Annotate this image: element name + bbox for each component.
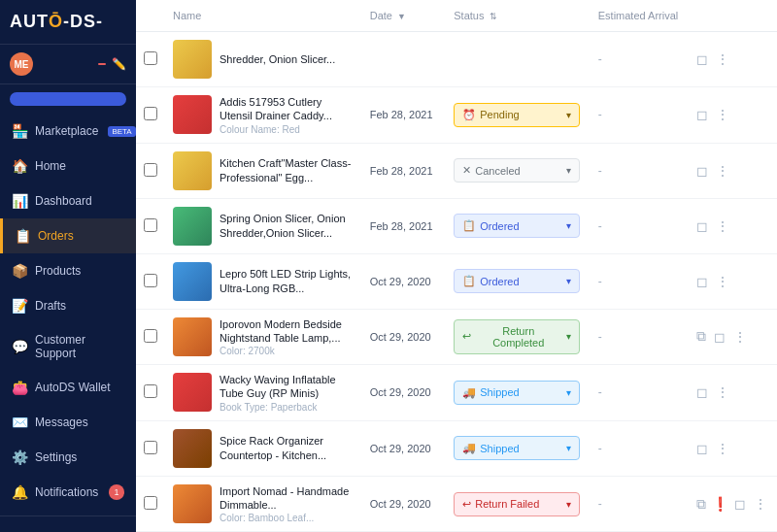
sidebar-item-messages[interactable]: ✉️ Messages — [0, 405, 136, 440]
product-image-2 — [173, 95, 212, 134]
copy-button-6[interactable]: ⧉ — [694, 326, 708, 347]
row-checkbox-6[interactable] — [144, 329, 157, 343]
product-name-7: Wacky Waving Inflatable Tube Guy (RP Min… — [220, 373, 355, 401]
estimated-cell-7: - — [591, 365, 687, 421]
product-sub-9: Color: Bamboo Leaf... — [220, 513, 355, 523]
sidebar-item-autods-wallet[interactable]: 👛 AutoDS Wallet — [0, 370, 136, 405]
checkbox-cell — [136, 476, 165, 532]
status-chevron: ▾ — [566, 276, 571, 286]
table-header-row: Name Date ▼ Status ⇅ Estimated Arrival — [136, 0, 777, 32]
more-button-8[interactable]: ⋮ — [714, 439, 731, 458]
estimated-cell-3: - — [591, 143, 687, 198]
product-name-9: Import Nomad - Handmade Dimmable... — [220, 484, 355, 513]
row-checkbox-7[interactable] — [144, 384, 157, 398]
status-icon: 🚚 — [462, 386, 476, 399]
actions-cell-1: ◻ ⋮ — [687, 32, 777, 87]
sidebar-item-drafts[interactable]: 📝 Drafts — [0, 288, 136, 323]
status-sort-icon: ⇅ — [490, 12, 497, 21]
status-button-5[interactable]: 📋 Ordered ▾ — [454, 269, 580, 293]
status-icon: 🚚 — [462, 442, 476, 454]
status-cell-6: ↩ Return Completed ▾ — [446, 309, 590, 365]
status-cell-7: 🚚 Shipped ▾ — [446, 365, 590, 421]
more-button-4[interactable]: ⋮ — [714, 216, 731, 236]
product-name-5: Lepro 50ft LED Strip Lights, Ultra-Long … — [220, 267, 355, 295]
row-checkbox-4[interactable] — [144, 218, 157, 232]
copy-button-9[interactable]: ⧉ — [694, 494, 708, 515]
more-button-1[interactable]: ⋮ — [714, 50, 731, 69]
col-actions — [687, 0, 777, 32]
status-chevron: ▾ — [566, 331, 571, 342]
sidebar-collapse-button[interactable] — [0, 515, 136, 532]
date-cell-9: Oct 29, 2020 — [362, 476, 447, 532]
more-button-9[interactable]: ⋮ — [752, 494, 769, 514]
status-button-9[interactable]: ↩ Return Failed ▾ — [454, 492, 580, 516]
status-cell-8: 🚚 Shipped ▾ — [446, 420, 590, 476]
status-icon: 📋 — [462, 275, 476, 287]
more-button-6[interactable]: ⋮ — [731, 327, 749, 347]
customer-support-icon: 💬 — [12, 339, 27, 354]
more-button-5[interactable]: ⋮ — [714, 272, 731, 291]
orders-table-container: Name Date ▼ Status ⇅ Estimated Arrival S… — [136, 0, 777, 532]
product-name-2: Addis 517953 Cutlery Utensil Drainer Cad… — [220, 95, 355, 123]
nav-label-notifications: Notifications — [35, 485, 98, 499]
status-button-2[interactable]: ⏰ Pending ▾ — [454, 103, 580, 127]
col-name: Name — [165, 0, 362, 32]
actions-cell-6: ⧉◻ ⋮ — [687, 309, 777, 365]
actions-cell-2: ◻ ⋮ — [687, 87, 777, 144]
status-cell-2: ⏰ Pending ▾ — [446, 87, 590, 144]
bookmark-button-6[interactable]: ◻ — [712, 327, 727, 347]
row-checkbox-9[interactable] — [144, 496, 157, 510]
dashboard-icon: 📊 — [12, 193, 27, 209]
table-row: Kitchen Craft"Master Class-Professional"… — [136, 143, 777, 198]
status-cell-3: ✕ Canceled ▾ — [446, 143, 590, 198]
status-button-6[interactable]: ↩ Return Completed ▾ — [454, 319, 580, 354]
more-button-3[interactable]: ⋮ — [714, 161, 731, 181]
sidebar-item-notifications[interactable]: 🔔 Notifications1 — [0, 475, 136, 510]
bookmark-button-9[interactable]: ◻ — [732, 494, 748, 514]
product-cell-6: Iporovon Modern Bedside Nightstand Table… — [165, 309, 362, 365]
sidebar-item-products[interactable]: 📦 Products — [0, 253, 136, 288]
table-row: Lepro 50ft LED Strip Lights, Ultra-Long … — [136, 253, 777, 309]
more-button-2[interactable]: ⋮ — [714, 105, 731, 124]
col-status[interactable]: Status ⇅ — [446, 0, 590, 32]
more-button-7[interactable]: ⋮ — [714, 382, 731, 402]
bookmark-button-8[interactable]: ◻ — [694, 439, 710, 458]
row-checkbox-5[interactable] — [144, 274, 157, 287]
sidebar-item-customer-support[interactable]: 💬 Customer Support — [0, 323, 136, 370]
beta-badge: BETA — [108, 126, 135, 137]
status-button-7[interactable]: 🚚 Shipped ▾ — [454, 381, 580, 405]
edit-icon[interactable]: ✏️ — [112, 57, 126, 71]
status-chevron: ▾ — [566, 387, 571, 398]
bookmark-button-4[interactable]: ◻ — [694, 216, 710, 236]
estimated-cell-2: - — [591, 87, 687, 144]
nav-label-products: Products — [35, 264, 81, 278]
row-checkbox-3[interactable] — [144, 163, 157, 177]
bookmark-button-1[interactable]: ◻ — [694, 50, 710, 69]
bookmark-button-5[interactable]: ◻ — [694, 272, 710, 291]
bookmark-button-3[interactable]: ◻ — [694, 161, 710, 181]
bookmark-button-7[interactable]: ◻ — [694, 382, 710, 402]
status-button-4[interactable]: 📋 Ordered ▾ — [454, 214, 580, 238]
add-products-button[interactable] — [10, 92, 126, 106]
products-icon: 📦 — [12, 263, 27, 279]
sidebar-logo: AUTŌ-DS- — [0, 0, 136, 45]
sidebar-item-orders[interactable]: 📋 Orders — [0, 218, 136, 253]
sidebar-item-dashboard[interactable]: 📊 Dashboard — [0, 183, 136, 218]
row-checkbox-2[interactable] — [144, 107, 157, 120]
checkbox-cell — [136, 32, 165, 87]
logo-text: AUTŌ-DS- — [10, 12, 103, 32]
sidebar-item-settings[interactable]: ⚙️ Settings — [0, 440, 136, 475]
status-cell-9: ↩ Return Failed ▾ — [446, 476, 590, 532]
avatar: ME — [10, 52, 33, 76]
col-date[interactable]: Date ▼ — [362, 0, 447, 32]
sidebar-item-marketplace[interactable]: 🏪 MarketplaceBETA — [0, 114, 136, 149]
date-sort-icon: ▼ — [397, 12, 406, 21]
status-button-8[interactable]: 🚚 Shipped ▾ — [454, 436, 580, 460]
status-cell-1 — [446, 32, 590, 87]
row-checkbox-1[interactable] — [144, 51, 157, 65]
bookmark-button-2[interactable]: ◻ — [694, 105, 710, 124]
row-checkbox-8[interactable] — [144, 441, 157, 454]
sidebar-item-home[interactable]: 🏠 Home — [0, 149, 136, 183]
product-cell-3: Kitchen Craft"Master Class-Professional"… — [165, 143, 362, 198]
status-button-3[interactable]: ✕ Canceled ▾ — [454, 158, 580, 183]
